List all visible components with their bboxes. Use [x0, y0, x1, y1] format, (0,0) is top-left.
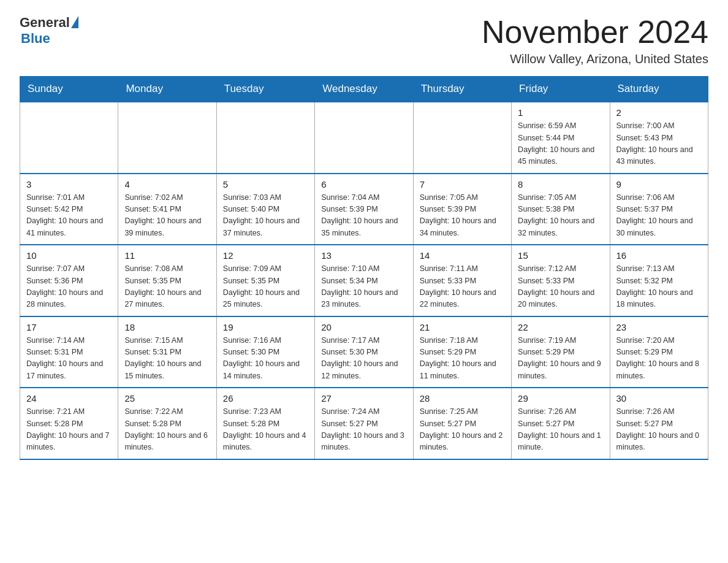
calendar-cell: 7Sunrise: 7:05 AMSunset: 5:39 PMDaylight…	[413, 174, 511, 245]
calendar-cell	[315, 102, 413, 174]
day-info: Sunrise: 7:11 AMSunset: 5:33 PMDaylight:…	[420, 263, 505, 311]
day-number: 8	[518, 179, 603, 190]
day-info: Sunrise: 7:05 AMSunset: 5:38 PMDaylight:…	[518, 192, 603, 240]
day-info: Sunrise: 7:18 AMSunset: 5:29 PMDaylight:…	[420, 335, 505, 383]
calendar-cell: 20Sunrise: 7:17 AMSunset: 5:30 PMDayligh…	[315, 316, 413, 388]
day-info: Sunrise: 7:01 AMSunset: 5:42 PMDaylight:…	[26, 192, 112, 240]
calendar-cell: 30Sunrise: 7:26 AMSunset: 5:27 PMDayligh…	[610, 388, 708, 459]
day-info: Sunrise: 7:26 AMSunset: 5:27 PMDaylight:…	[616, 406, 702, 454]
day-info: Sunrise: 7:20 AMSunset: 5:29 PMDaylight:…	[616, 335, 702, 383]
calendar-cell: 6Sunrise: 7:04 AMSunset: 5:39 PMDaylight…	[315, 174, 413, 245]
day-info: Sunrise: 7:07 AMSunset: 5:36 PMDaylight:…	[26, 263, 112, 311]
month-title: November 2024	[482, 15, 708, 50]
day-number: 1	[518, 107, 603, 118]
day-info: Sunrise: 7:09 AMSunset: 5:35 PMDaylight:…	[223, 263, 308, 311]
calendar-cell: 2Sunrise: 7:00 AMSunset: 5:43 PMDaylight…	[610, 102, 708, 174]
calendar-header-row: SundayMondayTuesdayWednesdayThursdayFrid…	[20, 77, 708, 102]
day-info: Sunrise: 7:21 AMSunset: 5:28 PMDaylight:…	[26, 406, 112, 454]
calendar-cell	[118, 102, 216, 174]
calendar-cell: 29Sunrise: 7:26 AMSunset: 5:27 PMDayligh…	[512, 388, 610, 459]
day-info: Sunrise: 7:24 AMSunset: 5:27 PMDaylight:…	[321, 406, 406, 454]
day-info: Sunrise: 7:23 AMSunset: 5:28 PMDaylight:…	[223, 406, 308, 454]
calendar-cell: 12Sunrise: 7:09 AMSunset: 5:35 PMDayligh…	[216, 245, 314, 316]
day-info: Sunrise: 7:13 AMSunset: 5:32 PMDaylight:…	[616, 263, 702, 311]
weekday-header: Saturday	[610, 77, 708, 102]
weekday-header: Thursday	[413, 77, 511, 102]
day-info: Sunrise: 7:06 AMSunset: 5:37 PMDaylight:…	[616, 192, 702, 240]
day-number: 25	[124, 393, 210, 404]
day-info: Sunrise: 7:12 AMSunset: 5:33 PMDaylight:…	[518, 263, 603, 311]
day-info: Sunrise: 7:02 AMSunset: 5:41 PMDaylight:…	[124, 192, 210, 240]
day-info: Sunrise: 7:19 AMSunset: 5:29 PMDaylight:…	[518, 335, 603, 383]
calendar-cell: 22Sunrise: 7:19 AMSunset: 5:29 PMDayligh…	[512, 316, 610, 388]
day-number: 2	[616, 107, 702, 118]
calendar-cell: 25Sunrise: 7:22 AMSunset: 5:28 PMDayligh…	[118, 388, 216, 459]
calendar-cell: 26Sunrise: 7:23 AMSunset: 5:28 PMDayligh…	[216, 388, 314, 459]
calendar-cell: 17Sunrise: 7:14 AMSunset: 5:31 PMDayligh…	[20, 316, 118, 388]
calendar-cell: 28Sunrise: 7:25 AMSunset: 5:27 PMDayligh…	[413, 388, 511, 459]
day-number: 10	[26, 250, 112, 261]
logo-text-blue: Blue	[21, 31, 78, 47]
calendar-cell: 24Sunrise: 7:21 AMSunset: 5:28 PMDayligh…	[20, 388, 118, 459]
day-info: Sunrise: 7:00 AMSunset: 5:43 PMDaylight:…	[616, 120, 702, 168]
calendar-cell: 18Sunrise: 7:15 AMSunset: 5:31 PMDayligh…	[118, 316, 216, 388]
day-info: Sunrise: 7:04 AMSunset: 5:39 PMDaylight:…	[321, 192, 406, 240]
day-info: Sunrise: 7:10 AMSunset: 5:34 PMDaylight:…	[321, 263, 406, 311]
calendar-week-row: 24Sunrise: 7:21 AMSunset: 5:28 PMDayligh…	[20, 388, 708, 459]
calendar-cell: 14Sunrise: 7:11 AMSunset: 5:33 PMDayligh…	[413, 245, 511, 316]
day-info: Sunrise: 7:14 AMSunset: 5:31 PMDaylight:…	[26, 335, 112, 383]
day-number: 30	[616, 393, 702, 404]
day-number: 26	[223, 393, 308, 404]
calendar-cell: 1Sunrise: 6:59 AMSunset: 5:44 PMDaylight…	[512, 102, 610, 174]
calendar-week-row: 17Sunrise: 7:14 AMSunset: 5:31 PMDayligh…	[20, 316, 708, 388]
calendar-cell: 16Sunrise: 7:13 AMSunset: 5:32 PMDayligh…	[610, 245, 708, 316]
day-info: Sunrise: 7:08 AMSunset: 5:35 PMDaylight:…	[124, 263, 210, 311]
day-number: 27	[321, 393, 406, 404]
day-number: 18	[124, 322, 210, 332]
calendar-cell: 23Sunrise: 7:20 AMSunset: 5:29 PMDayligh…	[610, 316, 708, 388]
calendar-cell: 11Sunrise: 7:08 AMSunset: 5:35 PMDayligh…	[118, 245, 216, 316]
calendar-cell	[20, 102, 118, 174]
day-number: 19	[223, 322, 308, 332]
day-number: 12	[223, 250, 308, 261]
location-title: Willow Valley, Arizona, United States	[482, 52, 708, 66]
day-number: 7	[420, 179, 505, 190]
day-number: 4	[124, 179, 210, 190]
calendar-cell	[413, 102, 511, 174]
day-info: Sunrise: 7:17 AMSunset: 5:30 PMDaylight:…	[321, 335, 406, 383]
day-number: 29	[518, 393, 603, 404]
day-info: Sunrise: 7:25 AMSunset: 5:27 PMDaylight:…	[420, 406, 505, 454]
day-number: 23	[616, 322, 702, 332]
calendar-cell: 10Sunrise: 7:07 AMSunset: 5:36 PMDayligh…	[20, 245, 118, 316]
calendar-cell: 13Sunrise: 7:10 AMSunset: 5:34 PMDayligh…	[315, 245, 413, 316]
calendar-table: SundayMondayTuesdayWednesdayThursdayFrid…	[20, 76, 708, 460]
weekday-header: Friday	[512, 77, 610, 102]
day-number: 13	[321, 250, 406, 261]
logo-triangle-icon	[71, 16, 78, 28]
day-number: 17	[26, 322, 112, 332]
day-number: 22	[518, 322, 603, 332]
day-number: 28	[420, 393, 505, 404]
day-info: Sunrise: 6:59 AMSunset: 5:44 PMDaylight:…	[518, 120, 603, 168]
calendar-week-row: 1Sunrise: 6:59 AMSunset: 5:44 PMDaylight…	[20, 102, 708, 174]
day-info: Sunrise: 7:26 AMSunset: 5:27 PMDaylight:…	[518, 406, 603, 454]
day-number: 24	[26, 393, 112, 404]
day-number: 14	[420, 250, 505, 261]
calendar-cell: 21Sunrise: 7:18 AMSunset: 5:29 PMDayligh…	[413, 316, 511, 388]
calendar-cell: 8Sunrise: 7:05 AMSunset: 5:38 PMDaylight…	[512, 174, 610, 245]
weekday-header: Sunday	[20, 77, 118, 102]
weekday-header: Tuesday	[216, 77, 314, 102]
day-info: Sunrise: 7:16 AMSunset: 5:30 PMDaylight:…	[223, 335, 308, 383]
calendar-cell: 19Sunrise: 7:16 AMSunset: 5:30 PMDayligh…	[216, 316, 314, 388]
calendar-cell: 5Sunrise: 7:03 AMSunset: 5:40 PMDaylight…	[216, 174, 314, 245]
day-info: Sunrise: 7:05 AMSunset: 5:39 PMDaylight:…	[420, 192, 505, 240]
page-header: General Blue November 2024 Willow Valley…	[20, 15, 708, 66]
day-number: 15	[518, 250, 603, 261]
weekday-header: Monday	[118, 77, 216, 102]
day-info: Sunrise: 7:22 AMSunset: 5:28 PMDaylight:…	[124, 406, 210, 454]
day-info: Sunrise: 7:03 AMSunset: 5:40 PMDaylight:…	[223, 192, 308, 240]
day-number: 16	[616, 250, 702, 261]
calendar-cell: 15Sunrise: 7:12 AMSunset: 5:33 PMDayligh…	[512, 245, 610, 316]
calendar-week-row: 3Sunrise: 7:01 AMSunset: 5:42 PMDaylight…	[20, 174, 708, 245]
calendar-cell	[216, 102, 314, 174]
